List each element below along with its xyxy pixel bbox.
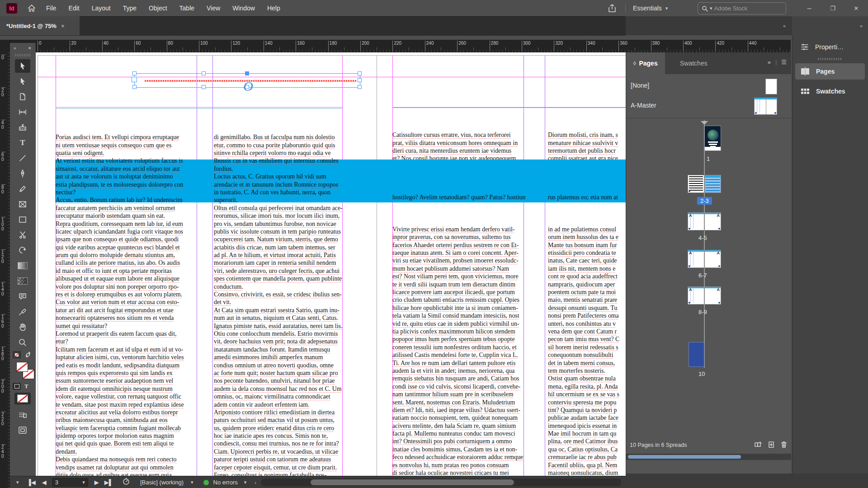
spread-4-5-label[interactable]: 4-5 <box>698 235 707 241</box>
formatting-affects-text-icon[interactable]: T <box>24 383 28 390</box>
scissors-tool[interactable] <box>15 228 30 242</box>
new-page-icon[interactable] <box>768 441 775 450</box>
zoom-tool[interactable] <box>15 336 30 349</box>
page-9-thumbnail[interactable]: A <box>704 286 721 305</box>
indesign-logo-icon[interactable]: Id <box>6 3 17 14</box>
frame-handle-mid-left[interactable] <box>132 77 137 82</box>
page-5-thumbnail[interactable]: A <box>704 212 721 230</box>
panel-expand-icon[interactable]: » <box>14 46 16 51</box>
collapse-panel-icon[interactable]: « <box>783 23 786 28</box>
dock-item-properties[interactable]: Properti… <box>795 39 865 55</box>
frame-handle-bottom-left[interactable] <box>132 85 137 89</box>
menu-item[interactable]: Type <box>123 5 137 12</box>
previous-page-button[interactable]: ◀ <box>42 479 47 486</box>
menu-item[interactable]: Table <box>179 5 194 12</box>
menu-item[interactable]: Edit <box>69 5 80 12</box>
adobe-stock-search[interactable]: ▾ Adobe Stock <box>698 2 786 14</box>
page-3-thumbnail[interactable] <box>704 175 721 193</box>
page-8-thumbnail[interactable]: A <box>688 286 704 305</box>
close-window-button[interactable]: ✕ <box>844 0 868 16</box>
default-fill-stroke-icon[interactable] <box>13 351 21 358</box>
frame-handle-top-left[interactable] <box>132 71 137 75</box>
frame-handle-mid-right[interactable] <box>358 78 362 82</box>
tab-swatches[interactable]: Swatches <box>673 52 715 74</box>
close-tab-icon[interactable]: × <box>61 23 65 29</box>
frame-handle-bottom[interactable] <box>202 85 206 89</box>
restore-button[interactable]: ❐ <box>821 0 844 16</box>
last-page-button[interactable]: ▶▌ <box>104 479 113 486</box>
horizontal-ruler[interactable]: 0204060801001201401601802002202402602803… <box>10 40 791 53</box>
page-number-field[interactable]: 3 ▾ <box>52 478 88 487</box>
delete-page-icon[interactable] <box>780 441 788 450</box>
chevron-down-icon[interactable]: ▾ <box>191 479 193 485</box>
page-4-thumbnail[interactable]: A <box>688 212 704 230</box>
page-10-label[interactable]: 10 <box>698 371 705 377</box>
edit-spread-icon[interactable] <box>754 441 762 450</box>
dock-item-swatches[interactable]: Swatches <box>795 83 865 99</box>
scrollbar-thumb[interactable] <box>311 479 514 485</box>
spread-6-7-label[interactable]: 6-7 <box>698 272 707 279</box>
first-page-button[interactable]: ▐◀ <box>27 479 36 486</box>
menu-item[interactable]: Layout <box>92 5 111 12</box>
horizontal-scrollbar[interactable] <box>261 479 621 486</box>
apply-none-button[interactable] <box>14 393 31 404</box>
next-page-button[interactable]: ▶ <box>94 479 99 486</box>
page-1-label[interactable]: 1 <box>707 155 710 162</box>
minimize-button[interactable]: ─ <box>797 0 821 16</box>
pencil-tool[interactable] <box>15 182 30 196</box>
rectangle-tool[interactable] <box>15 213 30 226</box>
free-transform-tool[interactable] <box>15 244 30 257</box>
gradient-feather-tool[interactable] <box>15 274 30 288</box>
spread-8-9-label[interactable]: 8-9 <box>698 309 707 315</box>
note-tool[interactable] <box>15 290 30 303</box>
spread-2-3-label[interactable]: 2-3 <box>697 197 712 205</box>
text-column-2[interactable]: di genimillabo. Bus ut facculpa num nis … <box>214 110 344 476</box>
line-tool[interactable] <box>15 151 30 165</box>
selection-tool[interactable] <box>15 59 30 73</box>
home-icon[interactable] <box>27 4 36 14</box>
page-7-thumbnail[interactable]: A <box>704 250 721 268</box>
panel-menu-icon[interactable]: ☰ <box>781 59 787 66</box>
pages-panel-scrollbar[interactable] <box>626 454 791 460</box>
menu-item[interactable]: File <box>46 5 57 12</box>
menu-item[interactable]: Object <box>149 5 167 12</box>
menu-item[interactable]: View <box>207 5 220 12</box>
page-6-thumbnail[interactable]: A <box>688 250 704 268</box>
preflight-icon[interactable] <box>122 478 130 487</box>
direct-selection-tool[interactable] <box>15 75 30 88</box>
collapse-dock-icon[interactable]: « <box>860 23 863 28</box>
gradient-tool[interactable] <box>15 259 30 272</box>
menu-item[interactable]: Help <box>267 5 280 12</box>
ruler-corner[interactable] <box>0 40 10 52</box>
content-collector-tool[interactable] <box>15 121 30 134</box>
scroll-left-icon[interactable]: ‹ <box>255 480 256 485</box>
frame-handle-top-right[interactable] <box>358 71 362 75</box>
frame-handle-bottom-right[interactable] <box>358 85 362 89</box>
master-a-thumbnail[interactable] <box>754 98 777 115</box>
collapse-statusbar-icon[interactable]: ▾ <box>16 479 19 485</box>
master-none-label[interactable]: [None] <box>631 82 649 89</box>
chevron-down-icon[interactable]: ▾ <box>244 479 247 485</box>
swap-fill-stroke-icon[interactable] <box>24 351 32 358</box>
menu-item[interactable]: Window <box>232 5 255 12</box>
frame-tool[interactable] <box>15 197 30 211</box>
formatting-affects-container-icon[interactable] <box>13 383 21 390</box>
tab-pages[interactable]: ◊ Pages <box>626 52 665 74</box>
document-tab[interactable]: *Untitled-1 @ 75% × <box>0 16 80 35</box>
master-none-thumbnail[interactable] <box>765 79 777 94</box>
hand-tool[interactable] <box>15 320 30 334</box>
gap-tool[interactable] <box>15 105 30 119</box>
preflight-profile[interactable]: [Basic] (working) <box>140 479 184 486</box>
dock-grip[interactable] <box>818 58 841 60</box>
frame-handle-selected[interactable] <box>245 71 249 75</box>
page-2-thumbnail[interactable] <box>688 175 704 193</box>
page-10-thumbnail[interactable] <box>689 342 704 367</box>
panel-grip[interactable] <box>15 54 30 56</box>
type-tool[interactable]: T <box>15 136 30 150</box>
fill-color-swatch[interactable] <box>16 362 28 372</box>
preview-mode-tool[interactable] <box>15 408 30 422</box>
frame-handle[interactable] <box>202 71 206 75</box>
panel-close-icon[interactable]: ✕ <box>28 46 32 51</box>
text-frame-edge-left-page[interactable] <box>56 108 342 109</box>
dock-item-pages[interactable]: Pages <box>795 63 865 80</box>
